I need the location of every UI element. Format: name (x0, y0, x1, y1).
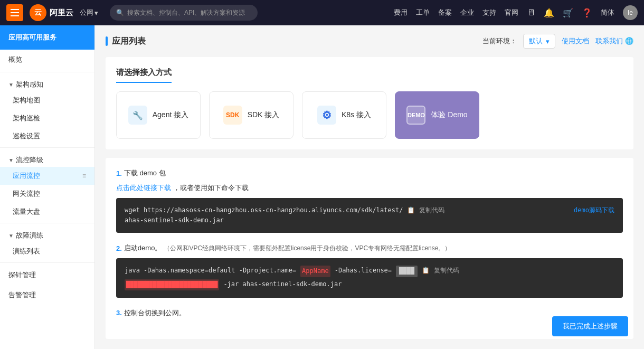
nav-item-official[interactable]: 官网 (505, 8, 518, 17)
sidebar-group-flow[interactable]: ▼ 流控降级 (0, 150, 94, 167)
pub-selector[interactable]: 公网 (80, 8, 98, 17)
access-method-k8s[interactable]: ⚙ K8s 接入 (302, 91, 386, 139)
sidebar-item-arch-map[interactable]: 架构地图 (0, 91, 94, 109)
access-method-demo[interactable]: DEMO 体验 Demo (395, 91, 479, 139)
sdk-label: SDK 接入 (248, 110, 280, 120)
agent-label: Agent 接入 (153, 110, 188, 120)
step3-title: 3. 控制台切换到公网。 (116, 308, 623, 318)
divider3 (0, 223, 94, 223)
step2-code-line2: ████████████████████████ -jar ahas-senti… (125, 279, 614, 290)
access-methods-list: 🔧 Agent 接入 SDK SDK 接入 ⚙ K8s 接入 DEMO 体验 D… (116, 91, 623, 139)
sidebar-item-drill-list[interactable]: 演练列表 (0, 242, 94, 260)
lang-switch[interactable]: 简体 (601, 8, 614, 17)
arrow-icon2: ▼ (8, 157, 14, 163)
layout: 应用高可用服务 概览 ▼ 架构感知 架构地图 架构巡检 巡检设置 ▼ 流控降级 … (0, 25, 644, 349)
main-content: 应用列表 当前环境： 默认 使用文档 联系我们 🌐 请选择接入方式 🔧 (95, 25, 644, 349)
title-bar-decoration (106, 36, 108, 46)
step1-copy-btn[interactable]: 复制代码 (419, 205, 444, 215)
sidebar: 应用高可用服务 概览 ▼ 架构感知 架构地图 架构巡检 巡检设置 ▼ 流控降级 … (0, 25, 95, 349)
nav-item-ticket[interactable]: 工单 (416, 8, 430, 17)
step2-note: （公网和VPC经典网络环境下，需要额外配置license用于身份校验，VPC专有… (164, 244, 451, 253)
step1-code-block: wget https://ahasoss-cn-hangzhou.oss-cn-… (116, 198, 623, 233)
avatar[interactable]: Ie (623, 5, 638, 20)
arrow-icon: ▼ (8, 82, 14, 88)
sidebar-group-architecture[interactable]: ▼ 架构感知 (0, 74, 94, 91)
license-prefix-highlight: ████████████████████████ (125, 279, 219, 290)
nav-item-fee[interactable]: 费用 (394, 8, 408, 17)
steps-card: 1. 下载 demo 包 点击此处链接下载 ，或者使用如下命令下载 wget h… (106, 158, 633, 339)
logo: 云 阿里云 (30, 4, 73, 21)
logo-text: 阿里云 (50, 8, 73, 18)
screen-icon[interactable]: 🖥 (527, 8, 535, 17)
arrow-icon3: ▼ (8, 233, 14, 239)
demo-label: 体验 Demo (431, 110, 467, 120)
step2-code-block: java -Dahas.namespace=default -Dproject.… (116, 258, 623, 297)
env-chevron-icon (546, 37, 550, 45)
env-label: 当前环境： (482, 36, 517, 46)
sidebar-item-arch-inspect[interactable]: 架构巡检 (0, 109, 94, 127)
access-method-sdk[interactable]: SDK SDK 接入 (209, 91, 293, 139)
step3-num: 3. (116, 309, 122, 317)
appname-highlight: AppName (300, 266, 330, 277)
access-title: 请选择接入方式 (116, 68, 172, 83)
page-title: 应用列表 (112, 36, 146, 47)
search-icon: 🔍 (116, 9, 124, 16)
divider (0, 72, 94, 72)
sidebar-item-traffic-board[interactable]: 流量大盘 (0, 203, 94, 221)
nav-item-support[interactable]: 支持 (482, 8, 496, 17)
page-header-right: 当前环境： 默认 使用文档 联系我们 🌐 (482, 34, 633, 49)
sidebar-item-inspect-settings[interactable]: 巡检设置 (0, 127, 94, 145)
sidebar-item-gateway-flow[interactable]: 网关流控 (0, 185, 94, 203)
env-dropdown[interactable]: 默认 (523, 34, 555, 49)
step1-right-link[interactable]: demo源码下载 (574, 205, 614, 215)
demo-icon: DEMO (406, 106, 425, 125)
step2: 2. 启动demo。 （公网和VPC经典网络环境下，需要额外配置license用… (116, 243, 623, 297)
bell-icon[interactable]: 🔔 (544, 8, 554, 18)
divider4 (0, 262, 94, 263)
agent-icon: 🔧 (128, 106, 147, 125)
sidebar-item-overview[interactable]: 概览 (0, 50, 94, 70)
page-header: 应用列表 当前环境： 默认 使用文档 联系我们 🌐 (106, 34, 633, 49)
step2-title: 2. 启动demo。 （公网和VPC经典网络环境下，需要额外配置license用… (116, 243, 623, 253)
sidebar-header: 应用高可用服务 (0, 25, 94, 50)
list-icon: ≡ (82, 172, 86, 180)
nav-right: 费用 工单 备案 企业 支持 官网 🖥 🔔 🛒 ❓ 简体 Ie (394, 5, 638, 20)
sidebar-item-probe[interactable]: 探针管理 (0, 265, 94, 285)
pub-chevron-icon (94, 9, 98, 17)
k8s-label: K8s 接入 (342, 110, 371, 120)
step2-num: 2. (116, 244, 122, 252)
step1-code-line: wget https://ahasoss-cn-hangzhou.oss-cn-… (125, 205, 614, 215)
nav-item-enterprise[interactable]: 企业 (460, 8, 474, 17)
step1: 1. 下载 demo 包 点击此处链接下载 ，或者使用如下命令下载 wget h… (116, 168, 623, 233)
step2-code-line1: java -Dahas.namespace=default -Dproject.… (125, 266, 614, 277)
logo-icon: 云 (30, 4, 46, 21)
search-bar[interactable]: 🔍 搜索文档、控制台、API、解决方案和资源 (110, 5, 258, 21)
sdk-icon: SDK (223, 106, 242, 125)
sidebar-item-app-flow[interactable]: 应用流控 ≡ (0, 167, 94, 185)
page-title-row: 应用列表 (106, 36, 146, 47)
env-value: 默认 (529, 36, 543, 46)
sidebar-group-fault[interactable]: ▼ 故障演练 (0, 225, 94, 242)
access-methods-card: 请选择接入方式 🔧 Agent 接入 SDK SDK 接入 ⚙ K8s 接入 D… (106, 57, 633, 149)
copy-icon2: 📋 (422, 266, 430, 276)
nav-item-icp[interactable]: 备案 (438, 8, 452, 17)
bottom-action: 我已完成上述步骤 (552, 316, 628, 336)
divider2 (0, 147, 94, 148)
contact-link[interactable]: 联系我们 🌐 (595, 36, 633, 46)
help-icon[interactable]: ❓ (582, 8, 592, 18)
top-nav: 云 阿里云 公网 🔍 搜索文档、控制台、API、解决方案和资源 费用 工单 备案… (0, 0, 644, 25)
access-method-agent[interactable]: 🔧 Agent 接入 (116, 91, 201, 139)
step1-num: 1. (116, 169, 122, 177)
step1-desc: 点击此处链接下载 ，或者使用如下命令下载 (116, 183, 623, 193)
use-doc-link[interactable]: 使用文档 (562, 36, 589, 46)
license-value: ████ (396, 266, 418, 277)
cart-icon[interactable]: 🛒 (563, 8, 573, 18)
k8s-icon: ⚙ (317, 106, 336, 125)
hamburger-menu[interactable] (6, 4, 23, 21)
sidebar-item-alert[interactable]: 告警管理 (0, 285, 94, 305)
step1-link[interactable]: 点击此处链接下载 (116, 184, 171, 192)
step1-title: 1. 下载 demo 包 (116, 168, 623, 178)
step2-copy-btn[interactable]: 复制代码 (434, 266, 459, 276)
step3: 3. 控制台切换到公网。 (116, 308, 623, 318)
complete-button[interactable]: 我已完成上述步骤 (552, 316, 628, 336)
